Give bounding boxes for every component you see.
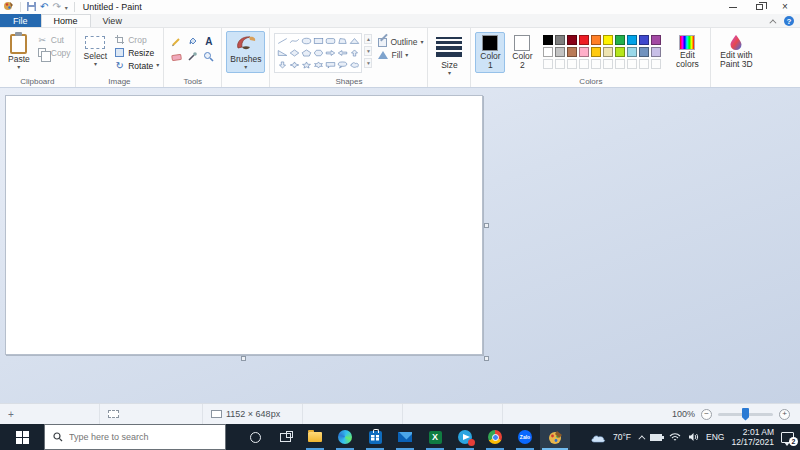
redo-icon[interactable]: ↷ bbox=[52, 2, 60, 12]
zoom-in-button[interactable]: + bbox=[779, 409, 790, 420]
action-center-icon[interactable]: 2 bbox=[781, 432, 794, 443]
mail-button[interactable] bbox=[390, 424, 420, 450]
zoom-slider[interactable] bbox=[718, 413, 773, 416]
palette-swatch-1-5[interactable] bbox=[603, 35, 613, 45]
cloud-callout-shape-icon[interactable] bbox=[348, 59, 360, 71]
palette-swatch-empty[interactable] bbox=[567, 59, 577, 69]
clock[interactable]: 2:01 AM 12/17/2021 bbox=[731, 427, 774, 447]
shapes-more-icon[interactable]: ▼ bbox=[364, 58, 372, 68]
rounded-callout-shape-icon[interactable] bbox=[324, 59, 336, 71]
hexagon-shape-icon[interactable] bbox=[312, 47, 324, 59]
palette-swatch-empty[interactable] bbox=[543, 59, 553, 69]
oval-callout-shape-icon[interactable] bbox=[336, 59, 348, 71]
shapes-scroll-up-icon[interactable]: ▲ bbox=[364, 34, 372, 44]
palette-swatch-1-8[interactable] bbox=[639, 35, 649, 45]
palette-swatch-1-6[interactable] bbox=[615, 35, 625, 45]
tray-expand-icon[interactable] bbox=[638, 435, 645, 442]
palette-swatch-2-8[interactable] bbox=[639, 47, 649, 57]
file-explorer-button[interactable] bbox=[300, 424, 330, 450]
down-arrow-shape-icon[interactable] bbox=[276, 59, 288, 71]
taskbar-search[interactable] bbox=[44, 424, 226, 450]
magnifier-tool[interactable] bbox=[202, 50, 215, 63]
zoom-slider-handle[interactable] bbox=[742, 408, 749, 421]
fill-button[interactable]: Fill ▾ bbox=[378, 50, 423, 60]
palette-swatch-empty[interactable] bbox=[591, 59, 601, 69]
resize-handle-right[interactable] bbox=[484, 223, 489, 228]
tab-home[interactable]: Home bbox=[41, 14, 91, 27]
palette-swatch-2-7[interactable] bbox=[627, 47, 637, 57]
five-point-star-shape-icon[interactable] bbox=[300, 59, 312, 71]
start-button[interactable] bbox=[0, 424, 44, 450]
palette-swatch-1-0[interactable] bbox=[543, 35, 553, 45]
palette-swatch-2-6[interactable] bbox=[615, 47, 625, 57]
tab-view[interactable]: View bbox=[91, 14, 134, 27]
line-shape-icon[interactable] bbox=[276, 35, 288, 47]
color1-button[interactable]: Color 1 bbox=[475, 32, 505, 73]
cut-button[interactable]: ✂ Cut bbox=[37, 34, 71, 45]
diamond-shape-icon[interactable] bbox=[288, 47, 300, 59]
shapes-scroll-down-icon[interactable]: ▼ bbox=[364, 46, 372, 56]
qat-dropdown-icon[interactable]: ▾ bbox=[65, 4, 68, 11]
excel-button[interactable]: X bbox=[420, 424, 450, 450]
save-icon[interactable] bbox=[27, 2, 36, 13]
size-button[interactable]: Size ▾ bbox=[432, 31, 466, 79]
fill-tool[interactable] bbox=[186, 35, 199, 48]
telegram-button[interactable] bbox=[450, 424, 480, 450]
palette-swatch-2-2[interactable] bbox=[567, 47, 577, 57]
polygon-shape-icon[interactable] bbox=[336, 35, 348, 47]
pentagon-shape-icon[interactable] bbox=[300, 47, 312, 59]
color-picker-tool[interactable] bbox=[186, 50, 199, 63]
task-view-button[interactable] bbox=[270, 424, 300, 450]
palette-swatch-1-4[interactable] bbox=[591, 35, 601, 45]
palette-swatch-empty[interactable] bbox=[579, 59, 589, 69]
outline-button[interactable]: Outline ▾ bbox=[378, 37, 423, 47]
resize-handle-corner[interactable] bbox=[484, 356, 489, 361]
edit-colors-button[interactable]: Edit colors bbox=[668, 32, 706, 73]
edge-button[interactable] bbox=[330, 424, 360, 450]
palette-swatch-empty[interactable] bbox=[615, 59, 625, 69]
crop-button[interactable]: Crop bbox=[114, 34, 159, 45]
rectangle-shape-icon[interactable] bbox=[312, 35, 324, 47]
palette-swatch-1-3[interactable] bbox=[579, 35, 589, 45]
brushes-button[interactable]: Brushes ▾ bbox=[226, 31, 265, 73]
paste-button[interactable]: Paste ▾ bbox=[4, 31, 34, 73]
search-input[interactable] bbox=[69, 432, 209, 442]
copy-button[interactable]: Copy bbox=[37, 47, 71, 58]
palette-swatch-1-1[interactable] bbox=[555, 35, 565, 45]
paint-button[interactable] bbox=[540, 424, 570, 450]
palette-swatch-1-7[interactable] bbox=[627, 35, 637, 45]
six-point-star-shape-icon[interactable] bbox=[312, 59, 324, 71]
store-button[interactable] bbox=[360, 424, 390, 450]
color2-button[interactable]: Color 2 bbox=[507, 32, 537, 73]
right-arrow-shape-icon[interactable] bbox=[324, 47, 336, 59]
weather-icon[interactable] bbox=[590, 432, 606, 443]
up-arrow-shape-icon[interactable] bbox=[348, 47, 360, 59]
palette-swatch-1-9[interactable] bbox=[651, 35, 661, 45]
triangle-shape-icon[interactable] bbox=[348, 35, 360, 47]
close-button[interactable]: × bbox=[772, 0, 798, 14]
volume-icon[interactable] bbox=[688, 432, 699, 442]
undo-icon[interactable]: ↶ bbox=[40, 2, 48, 12]
zoom-out-button[interactable]: − bbox=[701, 409, 712, 420]
eraser-tool[interactable] bbox=[170, 50, 183, 63]
four-point-star-shape-icon[interactable] bbox=[288, 59, 300, 71]
chrome-button[interactable] bbox=[480, 424, 510, 450]
palette-swatch-empty[interactable] bbox=[639, 59, 649, 69]
zalo-button[interactable]: Zalo bbox=[510, 424, 540, 450]
help-icon[interactable]: ? bbox=[784, 16, 794, 26]
palette-swatch-2-1[interactable] bbox=[555, 47, 565, 57]
palette-swatch-empty[interactable] bbox=[603, 59, 613, 69]
rounded-rectangle-shape-icon[interactable] bbox=[324, 35, 336, 47]
drawing-canvas[interactable] bbox=[5, 95, 483, 355]
palette-swatch-2-4[interactable] bbox=[591, 47, 601, 57]
curve-shape-icon[interactable] bbox=[288, 35, 300, 47]
collapse-ribbon-icon[interactable] bbox=[769, 19, 776, 26]
palette-swatch-2-9[interactable] bbox=[651, 47, 661, 57]
palette-swatch-empty[interactable] bbox=[555, 59, 565, 69]
right-triangle-shape-icon[interactable] bbox=[276, 47, 288, 59]
palette-swatch-2-5[interactable] bbox=[603, 47, 613, 57]
language-indicator[interactable]: ENG bbox=[706, 432, 724, 442]
maximize-button[interactable] bbox=[746, 0, 772, 14]
resize-button[interactable]: Resize bbox=[114, 47, 159, 58]
edit-with-paint3d-button[interactable]: Edit with Paint 3D bbox=[715, 31, 757, 72]
